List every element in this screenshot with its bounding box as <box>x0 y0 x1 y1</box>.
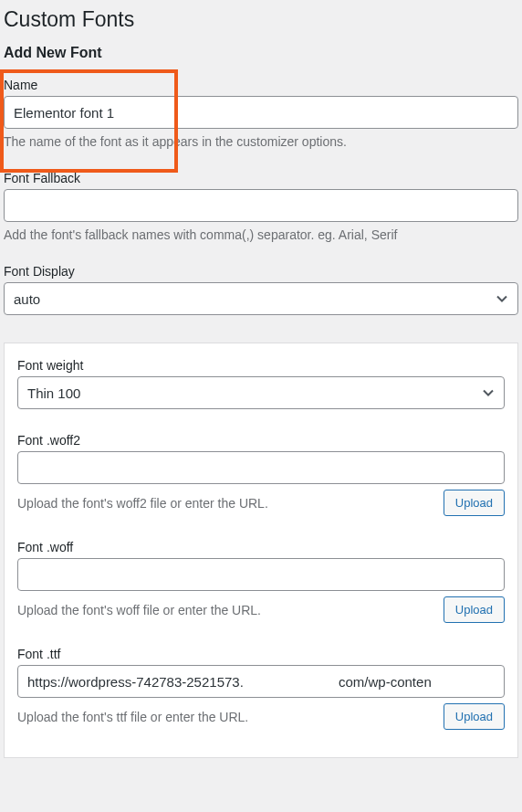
name-input[interactable] <box>4 96 518 129</box>
woff2-help: Upload the font's woff2 file or enter th… <box>17 496 268 511</box>
display-select[interactable]: auto <box>4 282 518 315</box>
page-title: Custom Fonts <box>4 7 518 32</box>
woff2-field-block: Font .woff2 Upload the font's woff2 file… <box>17 433 505 516</box>
section-title: Add New Font <box>4 45 518 61</box>
fallback-field-block: Font Fallback Add the font's fallback na… <box>4 171 518 242</box>
woff-upload-button[interactable]: Upload <box>444 596 505 623</box>
ttf-field-block: Font .ttf Upload the font's ttf file or … <box>17 647 505 730</box>
ttf-upload-button[interactable]: Upload <box>444 703 505 730</box>
woff-input[interactable] <box>17 558 505 591</box>
woff2-label: Font .woff2 <box>17 433 505 448</box>
fallback-input[interactable] <box>4 189 518 222</box>
display-field-block: Font Display auto <box>4 264 518 315</box>
woff-help: Upload the font's woff file or enter the… <box>17 603 261 617</box>
name-label: Name <box>4 78 518 92</box>
woff2-upload-button[interactable]: Upload <box>444 490 505 516</box>
name-help: The name of the font as it appears in th… <box>4 134 518 149</box>
weight-label: Font weight <box>17 358 505 373</box>
ttf-help: Upload the font's ttf file or enter the … <box>17 710 248 724</box>
fallback-help: Add the font's fallback names with comma… <box>4 227 518 242</box>
weight-select[interactable]: Thin 100 <box>17 376 505 409</box>
name-field-block: Name The name of the font as it appears … <box>4 78 518 149</box>
woff-field-block: Font .woff Upload the font's woff file o… <box>17 540 505 623</box>
woff2-input[interactable] <box>17 451 505 484</box>
weight-field-block: Font weight Thin 100 <box>17 358 505 409</box>
font-variation-panel: Font weight Thin 100 Font .woff2 Upload … <box>4 343 518 758</box>
display-label: Font Display <box>4 264 518 279</box>
fallback-label: Font Fallback <box>4 171 518 185</box>
woff-label: Font .woff <box>17 540 505 554</box>
ttf-label: Font .ttf <box>17 647 505 661</box>
ttf-input[interactable] <box>17 665 505 698</box>
